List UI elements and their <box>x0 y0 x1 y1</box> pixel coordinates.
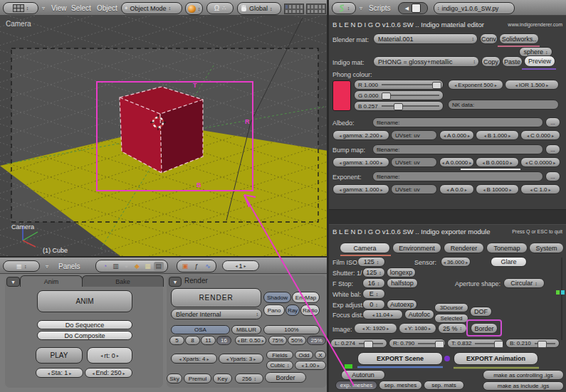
filter-size-stepper[interactable]: ◂1.00▸ <box>295 361 326 370</box>
pano-toggle[interactable]: Pano <box>263 304 285 316</box>
bump-c-stepper[interactable]: ◂C 0.0000▸ <box>520 157 560 167</box>
albedo-filename-field[interactable]: filename: <box>372 117 543 127</box>
menu-panels[interactable]: Panels <box>58 263 80 270</box>
tab-system[interactable]: System <box>529 243 564 253</box>
material-icon[interactable]: ƒ <box>192 262 201 271</box>
object-icon[interactable]: ◆ <box>132 262 142 271</box>
shadow-toggle[interactable]: Shadow <box>263 292 291 303</box>
left-arrow-icon[interactable]: ◂ <box>235 263 237 268</box>
dof-button[interactable]: DOF <box>470 307 492 317</box>
paste-button[interactable]: Paste <box>502 56 523 67</box>
odd-toggle[interactable]: Odd <box>295 351 313 359</box>
end-frame-stepper[interactable]: ◂End: 250▸ <box>85 368 132 378</box>
blender-material-select[interactable]: Material.001↕ <box>373 33 478 44</box>
scene-icon[interactable]: ▤ <box>154 262 164 271</box>
fields-toggle[interactable]: Fields <box>266 351 293 359</box>
do-sequence-button[interactable]: Do Sequence <box>37 320 132 329</box>
albedo-uvset-field[interactable]: UVset: uv <box>391 130 437 140</box>
rt-stepper[interactable]: ◂rt: 0▸ <box>87 347 132 364</box>
panel-collapse-button[interactable]: ▼ <box>6 277 20 287</box>
indigo-material-select[interactable]: PHONG = glossy+metallic↕ <box>373 56 479 67</box>
bump-uvset-field[interactable]: UVset: uv <box>391 157 437 167</box>
image-y-stepper[interactable]: ◂Y: 1080▸ <box>399 323 436 334</box>
xparts-stepper[interactable]: ◂Xparts: 4▸ <box>171 354 217 364</box>
viewport-3d[interactable]: T R B <box>0 16 328 256</box>
left-arrow-icon[interactable]: ◂ <box>515 83 518 88</box>
do-composite-button[interactable]: Do Composite <box>37 331 132 340</box>
right-arrow-icon[interactable]: ▸ <box>244 263 246 268</box>
bump-gamma-stepper[interactable]: ◂gamma: 1.000▸ <box>332 157 389 167</box>
make-include-igs-button[interactable]: make as include .igs <box>483 381 564 391</box>
albedo-gamma-stepper[interactable]: ◂gamma: 2.200▸ <box>332 130 389 140</box>
colour-swatch[interactable] <box>332 80 351 111</box>
radio-toggle[interactable]: Radio <box>300 304 320 316</box>
size-75-button[interactable]: 75% <box>268 336 287 345</box>
render-button[interactable]: RENDER <box>171 288 261 307</box>
scripts-editor-type-button[interactable]: ↕ <box>332 2 356 14</box>
image-x-stepper[interactable]: ◂X: 1920▸ <box>354 323 397 334</box>
longexp-button[interactable]: longexp <box>387 267 416 277</box>
premul-toggle[interactable]: Premul <box>184 374 211 383</box>
menu-scripts[interactable]: Scripts <box>369 4 391 12</box>
solidworks-button[interactable]: Solidworks.. <box>499 33 539 44</box>
slider-knob[interactable] <box>394 103 403 110</box>
focus-selected-button[interactable]: Selected <box>434 314 468 323</box>
albedo-a-stepper[interactable]: ◂A 0.000▸ <box>439 130 474 140</box>
osa-toggle[interactable]: OSA <box>171 325 230 334</box>
tab-anim[interactable]: Anim <box>20 275 83 287</box>
tab-environment[interactable]: Environment <box>392 243 441 253</box>
panel-collapse-button[interactable]: ▼ <box>169 277 182 287</box>
size-50-button[interactable]: 50% <box>288 336 306 345</box>
right-arrow-icon[interactable]: ▸ <box>546 83 548 88</box>
ior-stepper[interactable]: ◂IOR 1.500▸ <box>505 80 559 90</box>
mblur-toggle[interactable]: MBLUR <box>231 325 261 334</box>
preview-button[interactable]: Preview <box>524 55 555 67</box>
blue-slider[interactable]: B 0.257 <box>354 101 444 111</box>
crop-top-slider[interactable]: T: 0.832 <box>447 339 504 348</box>
tab-tonemap[interactable]: Tonemap <box>486 243 528 253</box>
slider-knob[interactable] <box>382 92 391 100</box>
crop-right-slider[interactable]: R: 0.790 <box>389 339 446 348</box>
bump-filename-field[interactable]: filename: <box>372 144 543 154</box>
shading-icon[interactable]: ● <box>122 262 132 271</box>
nk-data-field[interactable]: NK data: <box>448 100 559 110</box>
sep-mats-toggle[interactable]: sep. mats <box>424 381 464 390</box>
script-icon[interactable]: ▥ <box>111 262 121 271</box>
exponent-uvset-field[interactable]: UVset: uv <box>391 184 437 194</box>
draw-mode-select[interactable]: ↕ <box>185 2 203 15</box>
logic-icon[interactable]: ◔ <box>100 262 110 271</box>
exponent-browse-button[interactable]: ... <box>545 171 560 181</box>
exponent-b-stepper[interactable]: ◂B 10000▸ <box>476 184 519 194</box>
key-toggle[interactable]: Key <box>213 374 232 383</box>
buttons-editor-type-button[interactable]: ≣ ↕ <box>3 260 40 272</box>
menu-select[interactable]: Select <box>71 4 91 12</box>
ray-toggle[interactable]: Ray <box>285 304 300 316</box>
render-result-icon[interactable]: ▣ <box>180 262 190 271</box>
render-border-toggle[interactable]: Border <box>265 372 306 383</box>
make-controlling-igs-button[interactable]: make as controlling .igs <box>483 370 564 380</box>
tab-renderer[interactable]: Renderer <box>444 243 484 253</box>
script-select[interactable]: ↕ indigo_v1.0.6_SW.py <box>434 2 515 14</box>
size-100-button[interactable]: 100% <box>263 325 320 334</box>
exponent-a-stepper[interactable]: ◂A 0.0▸ <box>439 184 474 194</box>
envmap-toggle[interactable]: EnvMap <box>292 292 320 303</box>
exponent-stepper[interactable]: ◂Exponent 500▸ <box>448 80 503 90</box>
halfstop-button[interactable]: halfstop <box>387 278 418 288</box>
aperture-select[interactable]: Circular↕ <box>503 278 545 288</box>
sep-meshes-toggle[interactable]: sep. meshes <box>379 381 422 390</box>
header-collapse-icon[interactable]: ▿ <box>46 263 48 270</box>
export-scene-button[interactable]: EXPORT Scene <box>357 352 443 365</box>
header-collapse-icon[interactable]: ▿ <box>42 5 45 11</box>
albedo-c-stepper[interactable]: ◂C 0.000▸ <box>520 130 560 140</box>
header-collapse-icon[interactable]: ▿ <box>360 5 362 11</box>
editing-icon[interactable]: ▦ <box>143 262 153 271</box>
orientation-select[interactable]: Global ↕ <box>237 2 281 15</box>
whitebal-select[interactable]: E↕ <box>362 289 385 299</box>
green-slider[interactable]: G 0.000 <box>354 90 444 100</box>
border-toggle-button[interactable]: Border <box>471 323 498 334</box>
slider-knob[interactable] <box>432 82 441 89</box>
exponent-gamma-stepper[interactable]: ◂gamma: 1.000▸ <box>332 184 389 194</box>
focus-3dcursor-button[interactable]: 3Dcursor <box>434 303 468 312</box>
osa-5-button[interactable]: 5 <box>169 336 184 345</box>
x-toggle[interactable]: X <box>315 351 326 359</box>
